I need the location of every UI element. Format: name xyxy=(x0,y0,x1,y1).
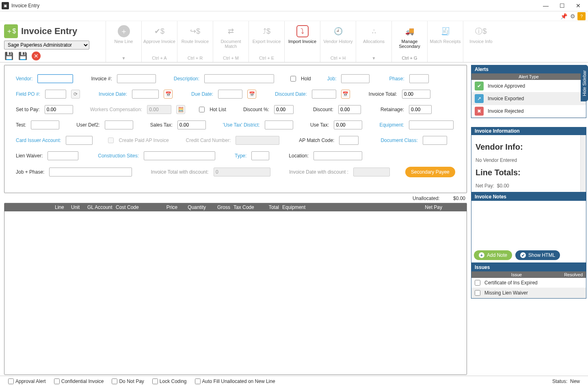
manage-secondary-icon: 🚚 xyxy=(404,25,416,37)
equipment-label[interactable]: Equipment: xyxy=(379,122,404,128)
set-to-pay-input[interactable] xyxy=(45,105,73,114)
discount-date-label[interactable]: Discount Date: xyxy=(275,91,307,97)
close-button[interactable]: ✕ xyxy=(570,0,586,11)
col-quantity: Quantity xyxy=(179,204,208,210)
net-pay-label: Net Pay: xyxy=(476,183,494,189)
info-scrollbar[interactable] xyxy=(580,135,586,192)
lock-coding-check[interactable]: Lock Coding xyxy=(152,379,187,384)
field-po-lookup-icon[interactable]: ⟳ xyxy=(71,90,80,99)
ribbon-export-invoice[interactable]: ⤴$ Export Invoice Ctrl + E xyxy=(249,21,284,62)
ribbon-match-receipts[interactable]: 🧾 Match Receipts xyxy=(427,21,463,62)
due-date-calendar-icon[interactable]: 📅 xyxy=(247,90,256,99)
line-items-grid[interactable]: Line Unit GL Account Cost Code Price Qua… xyxy=(4,203,467,375)
equipment-input[interactable] xyxy=(409,120,454,129)
description-label[interactable]: Description: xyxy=(174,76,199,82)
ribbon-route-invoice[interactable]: ↪$ Route Invoice Ctrl + R xyxy=(177,21,213,62)
test-input[interactable] xyxy=(31,120,59,129)
col-gl-account: GL Account xyxy=(86,204,114,210)
alert-row-rejected[interactable]: ✖ Invoice Rejected xyxy=(471,105,586,118)
discount-date-input[interactable] xyxy=(312,90,336,99)
ribbon-new-line[interactable]: ＋ New Line ▼ xyxy=(106,21,141,62)
hold-checkbox[interactable] xyxy=(290,76,296,82)
check-icon: ✔ xyxy=(520,252,526,258)
hot-list-checkbox[interactable] xyxy=(199,107,205,112)
use-tax-input[interactable] xyxy=(334,120,362,129)
invoice-number-input[interactable] xyxy=(117,74,156,83)
use-tax-district-input[interactable] xyxy=(265,120,293,129)
maximize-button[interactable]: ☐ xyxy=(554,0,570,11)
ribbon-import-invoice[interactable]: ⤵ Import Invoice xyxy=(284,21,320,62)
job-input[interactable] xyxy=(341,74,370,83)
minimize-button[interactable]: — xyxy=(538,0,554,11)
ribbon-invoice-info[interactable]: ⓘ$ Invoice Info xyxy=(463,21,499,62)
doc-class-label[interactable]: Document Class: xyxy=(380,138,417,143)
pin-icon[interactable]: 📌 xyxy=(560,12,568,20)
ap-match-label: AP Match Code: xyxy=(299,138,334,143)
workers-comp-calc-icon[interactable]: 🧮 xyxy=(176,105,185,114)
help-icon[interactable]: ? xyxy=(577,12,586,20)
lien-waiver-input[interactable] xyxy=(48,151,78,160)
invoice-date-label[interactable]: Invoice Date: xyxy=(99,91,127,97)
alert-row-exported[interactable]: ↗ Invoice Exported xyxy=(471,92,586,105)
field-po-label[interactable]: Field PO #: xyxy=(16,91,40,97)
issue-cert-checkbox[interactable] xyxy=(475,280,480,286)
show-html-button[interactable]: ✔ Show HTML xyxy=(515,250,560,260)
vendor-label[interactable]: Vendor: xyxy=(16,76,32,82)
ribbon-vendor-history[interactable]: 🕘 Vendor History Ctrl + H xyxy=(320,21,356,62)
phase-label[interactable]: Phase: xyxy=(389,76,404,82)
ap-match-input[interactable] xyxy=(339,136,359,145)
description-input[interactable] xyxy=(204,74,274,83)
alert-row-approved[interactable]: ✔ Invoice Approved xyxy=(471,80,586,92)
invoice-date-calendar-icon[interactable]: 📅 xyxy=(164,90,173,99)
job-label[interactable]: Job: xyxy=(327,76,337,82)
grid-body[interactable] xyxy=(4,211,467,374)
use-tax-district-label[interactable]: 'Use Tax' District: xyxy=(223,122,260,128)
construction-sites-label[interactable]: Construction Sites: xyxy=(98,153,139,159)
vendor-input[interactable] xyxy=(37,74,73,83)
gear-icon[interactable]: ⚙ xyxy=(569,12,577,20)
type-label[interactable]: Type: xyxy=(235,153,246,159)
save-icon[interactable]: 💾 xyxy=(4,51,14,61)
issue-row-lien-waiver[interactable]: Missing Lien Waiver xyxy=(471,288,586,298)
job-phase-input[interactable] xyxy=(49,168,132,176)
save-and-new-icon[interactable]: 💾 xyxy=(18,51,28,61)
due-date-label[interactable]: Due Date: xyxy=(191,91,213,97)
sales-tax-input[interactable] xyxy=(177,120,206,129)
discount-input[interactable] xyxy=(338,105,361,114)
hide-sidebar-tab[interactable]: Hide Sidebar xyxy=(581,65,588,101)
alerts-header: Alerts xyxy=(471,65,586,73)
discount-date-calendar-icon[interactable]: 📅 xyxy=(341,90,350,99)
issue-lien-checkbox[interactable] xyxy=(475,290,480,296)
due-date-input[interactable] xyxy=(218,90,242,99)
type-input[interactable] xyxy=(251,151,269,160)
retainage-input[interactable] xyxy=(409,105,432,114)
approval-alert-check[interactable]: Approval Alert xyxy=(8,379,46,384)
doc-class-input[interactable] xyxy=(423,136,447,145)
notes-body[interactable] xyxy=(471,201,586,248)
use-tax-label: Use Tax: xyxy=(310,122,329,128)
secondary-payee-button[interactable]: Secondary Payee xyxy=(405,167,455,177)
field-po-input[interactable] xyxy=(45,90,66,99)
user-select[interactable]: Sage Paperless Administrator xyxy=(4,41,89,49)
construction-sites-input[interactable] xyxy=(144,151,215,160)
discount-pct-input[interactable] xyxy=(274,105,294,114)
ribbon-manage-secondary[interactable]: 🚚 Manage Secondary Ctrl + G xyxy=(391,21,427,62)
confidential-invoice-check[interactable]: Confidential Invoice xyxy=(54,379,104,384)
do-not-pay-check[interactable]: Do Not Pay xyxy=(112,379,144,384)
card-issuer-input[interactable] xyxy=(66,136,93,145)
ribbon-approve-invoice[interactable]: ✔$ Approve Invoice Ctrl + A xyxy=(141,21,177,62)
phase-input[interactable] xyxy=(409,74,429,83)
ribbon-document-match[interactable]: ⇄ Document Match Ctrl + M xyxy=(213,21,249,62)
card-issuer-label[interactable]: Card Issuer Account: xyxy=(16,138,61,143)
auto-fill-check[interactable]: Auto Fill Unallocated on New Line xyxy=(195,379,275,384)
issues-col-resolved: Resolved xyxy=(558,272,583,277)
invoice-date-input[interactable] xyxy=(132,90,159,99)
location-input[interactable] xyxy=(313,151,362,160)
cancel-icon[interactable]: ✕ xyxy=(32,52,41,60)
ribbon-allocations[interactable]: ⛬ Allocations ▼ xyxy=(356,21,391,62)
invoice-total-input[interactable] xyxy=(402,90,430,99)
issue-row-cert-expired[interactable]: Certificate of Ins Expired xyxy=(471,278,586,288)
plus-circle-icon: ＋ xyxy=(118,25,130,37)
add-note-button[interactable]: + Add Note xyxy=(474,250,512,260)
user-def2-input[interactable] xyxy=(105,120,133,129)
